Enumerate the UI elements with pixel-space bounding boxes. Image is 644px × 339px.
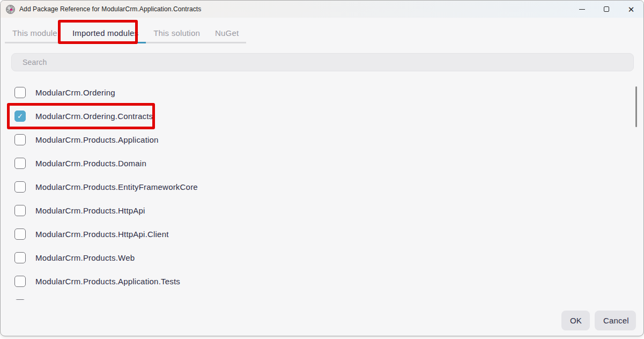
ok-button[interactable]: OK [561,311,590,330]
search-area [1,43,643,76]
search-input[interactable] [11,53,634,71]
dialog-footer: OK Cancel [561,311,636,330]
package-row[interactable]: ModularCrm.Products.HttpApi.Client [1,222,633,246]
package-name: ModularCrm.Products.Domain [35,159,146,168]
package-list[interactable]: ModularCrm.Ordering✓ModularCrm.Ordering.… [1,76,633,300]
checkbox-unchecked-icon[interactable] [14,229,26,240]
tab-bar: This moduleImported modulesThis solution… [1,18,643,43]
package-name: ModularCrm.Products.HttpApi [35,206,145,215]
package-row[interactable]: ModularCrm.Products.Domain.Tests [1,293,633,300]
package-name: ModularCrm.Products.HttpApi.Client [35,230,169,239]
tab-this-solution[interactable]: This solution [146,23,208,43]
package-row[interactable]: ✓ModularCrm.Ordering.Contracts [1,104,633,128]
package-name: ModularCrm.Products.Application.Tests [35,277,180,286]
tab-imported-modules[interactable]: Imported modules [65,23,146,43]
maximize-button[interactable] [594,1,619,18]
package-row[interactable]: ModularCrm.Products.Application [1,128,633,151]
minimize-button[interactable] [569,1,594,18]
checkbox-unchecked-icon[interactable] [14,87,26,98]
package-row[interactable]: ModularCrm.Ordering [1,80,633,104]
title-bar: Add Package Reference for ModularCrm.App… [1,1,643,18]
close-button[interactable]: ✕ [619,1,643,18]
minimize-icon [579,9,585,10]
vertical-scrollbar[interactable] [635,86,637,127]
checkbox-unchecked-icon[interactable] [14,299,26,300]
add-package-reference-dialog: Add Package Reference for ModularCrm.App… [0,0,644,336]
maximize-icon [604,6,609,12]
package-name: ModularCrm.Products.EntityFrameworkCore [35,182,198,191]
package-row[interactable]: ModularCrm.Products.HttpApi [1,198,633,222]
checkbox-unchecked-icon[interactable] [14,205,26,216]
checkbox-unchecked-icon[interactable] [14,134,26,145]
package-name: ModularCrm.Ordering [35,88,115,97]
checkbox-unchecked-icon[interactable] [14,181,26,193]
package-name: ModularCrm.Ordering.Contracts [35,112,153,121]
window-controls: ✕ [569,1,643,18]
abp-studio-globe-icon [6,5,15,14]
package-row[interactable]: ModularCrm.Products.EntityFrameworkCore [1,175,633,198]
package-row[interactable]: ModularCrm.Products.Domain [1,151,633,175]
package-name: ModularCrm.Products.Application [35,135,159,144]
cancel-button[interactable]: Cancel [595,311,636,330]
close-icon: ✕ [628,5,635,13]
package-row[interactable]: ModularCrm.Products.Application.Tests [1,269,633,293]
package-name: ModularCrm.Products.Web [35,253,135,262]
tab-nuget[interactable]: NuGet [208,23,246,43]
window-title: Add Package Reference for ModularCrm.App… [19,5,201,13]
checkbox-checked-icon[interactable]: ✓ [14,110,26,122]
checkbox-unchecked-icon[interactable] [14,158,26,169]
package-row[interactable]: ModularCrm.Products.Web [1,246,633,269]
checkbox-unchecked-icon[interactable] [14,276,26,287]
tab-this-module[interactable]: This module [5,23,65,43]
checkbox-unchecked-icon[interactable] [14,252,26,263]
